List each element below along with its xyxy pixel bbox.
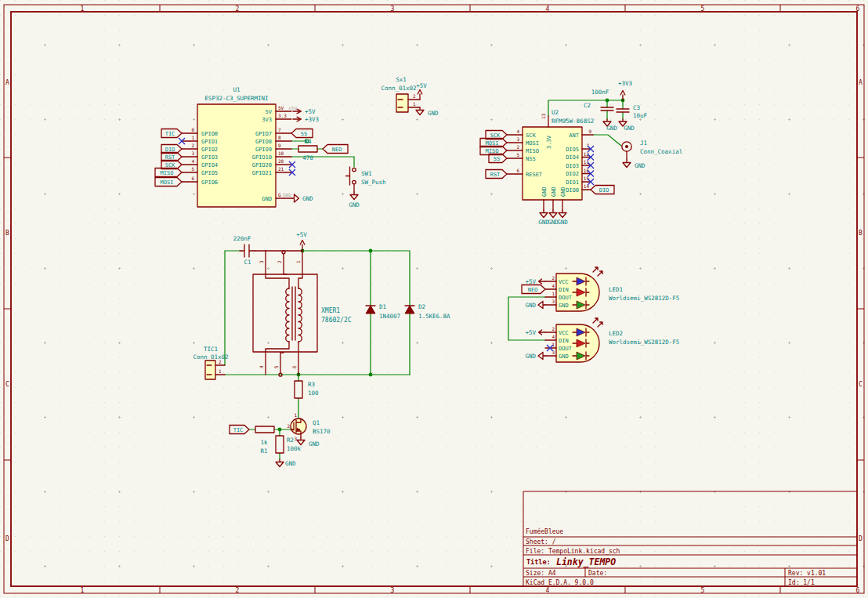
component-led1[interactable]: VCC DIN DOUT GND 2 4 1 3 LED1 Worldsemi_… — [545, 267, 679, 311]
global-label-tic-q1[interactable]: TIC — [230, 426, 249, 434]
q1-value: BS170 — [313, 428, 331, 435]
power-5v-led2[interactable]: +5V — [525, 329, 545, 336]
component-d1[interactable]: D1 1N4007 — [366, 303, 400, 320]
power-label: GND — [525, 353, 536, 360]
r3-value: 100 — [308, 390, 319, 397]
power-label: +3V3 — [618, 80, 632, 87]
led1-pin-num: 2 — [552, 275, 555, 281]
component-r1[interactable]: 1k R1 — [255, 426, 274, 455]
power-3v3-u1[interactable]: +3V3 — [293, 116, 319, 123]
global-label-dio-u2[interactable]: DIO — [591, 186, 614, 194]
component-r2[interactable]: R2 100k — [276, 436, 302, 453]
component-d2[interactable]: D2 1.5KE6.8A — [405, 303, 450, 320]
global-label-mosi-u1[interactable]: MOSI — [155, 178, 182, 187]
u1-pin-name: GPIO6 — [201, 179, 218, 186]
power-3v3-u2[interactable]: +3V3 — [618, 80, 632, 100]
global-label-text: RST — [490, 172, 501, 178]
power-5v-led1[interactable]: +5V — [525, 278, 545, 285]
power-5v-u1[interactable]: +5V — [293, 108, 316, 115]
global-label-text: MISO — [161, 170, 174, 176]
row-label-left: D — [5, 535, 9, 542]
u2-pin-name: MOSI — [526, 140, 539, 147]
component-u1-esp32[interactable]: U1 ESP32-C3_SUPERMINI GPIO0 GPIO1 GPIO2 … — [182, 86, 297, 207]
row-label-right: D — [859, 535, 863, 542]
power-label: GND — [428, 110, 439, 117]
col-label-bottom: 1 — [81, 587, 85, 594]
global-label-neo-u1[interactable]: NEO — [323, 145, 348, 154]
col-label-top: 2 — [236, 5, 240, 13]
u1-pin-name: GPIO1 — [201, 139, 218, 145]
c2-value: 100nF — [591, 89, 609, 96]
tic1-pin-num: 1 — [219, 368, 222, 374]
power-gnd-sx1[interactable]: GND — [416, 107, 439, 117]
global-label-text: SS — [494, 156, 500, 162]
u2-pin-name: MISO — [526, 148, 539, 154]
power-gnd-j1[interactable]: GND — [623, 160, 646, 169]
col-label-top: 6 — [856, 5, 860, 13]
u1-ref: U1 — [233, 86, 240, 93]
u2-pin-name: DIO4 — [566, 154, 579, 161]
u2-pin-name: ANT — [569, 132, 579, 139]
global-label-miso-u1[interactable]: MISO — [155, 169, 182, 177]
u1-pin-name: GPIO2 — [201, 147, 218, 153]
component-xmer1[interactable]: XMER1 78602/2C 3 2 1 4 5 6 — [253, 251, 352, 376]
d2-ref: D2 — [418, 303, 425, 310]
led1-pin-num: 1 — [552, 291, 555, 296]
u2-pin-num: 6 — [516, 168, 519, 173]
c3-value: 10uF — [633, 112, 648, 119]
power-5v-sx1[interactable]: +5V — [416, 82, 427, 100]
power-gnd-led1[interactable]: GND — [525, 302, 545, 309]
component-c3[interactable]: C3 10uF — [617, 104, 648, 119]
sheet-frame: 1 2 3 4 5 6 1 2 3 4 5 6 A B C D A B C D — [4, 5, 864, 594]
title-block-company: FuméeBleue — [526, 527, 563, 535]
global-label-tic-u1[interactable]: TIC — [161, 129, 182, 138]
component-tic1[interactable]: TIC1 Conn_01x02 2 1 — [193, 346, 228, 379]
u1-pin-name: GPIO3 — [201, 154, 218, 161]
xmer1-pin-num: 2 — [277, 260, 282, 263]
r2-ref: R2 — [287, 437, 294, 444]
title-block-date: Date: — [588, 570, 607, 577]
power-gnd-u1[interactable]: GND — [291, 194, 313, 202]
u2-pin-num: 4 — [516, 129, 519, 134]
global-label-text: RST — [165, 154, 175, 161]
led1-pin-name: VCC — [559, 279, 569, 285]
global-label-ss-u1[interactable]: SS — [291, 129, 313, 138]
component-j1[interactable]: J1 Conn_Coaxial — [622, 140, 682, 160]
page-title: Linky_TEMPO — [556, 556, 616, 568]
power-label: GND — [624, 125, 635, 132]
schematic-canvas[interactable]: 1 2 3 4 5 6 1 2 3 4 5 6 A B C D A B C D … — [0, 0, 868, 598]
global-label-text: DIO — [165, 147, 175, 153]
power-gnd-led2[interactable]: GND — [525, 353, 545, 360]
power-5v-xmer[interactable]: +5V — [296, 231, 307, 251]
power-gnd-sw1[interactable]: GND — [349, 192, 360, 208]
u1-pin-num: 3.3 — [278, 113, 287, 118]
u1-pin-num: 3 — [191, 150, 194, 156]
component-led2[interactable]: VCC DIN DOUT GND 2 4 1 3 LED2 Worldsemi_… — [545, 318, 679, 362]
power-gnd-c3[interactable]: GND — [619, 119, 635, 132]
u1-pin-name: GPIO4 — [201, 162, 218, 169]
col-label-bottom: 5 — [701, 587, 705, 594]
component-sx1[interactable]: Sx1 Conn_01x02 2 1 — [381, 76, 420, 112]
component-sw1[interactable]: SW1 SW_Push — [346, 167, 386, 192]
sx1-ref: Sx1 — [396, 76, 407, 83]
led2-pin-num: 4 — [552, 334, 555, 339]
power-gnd-u2[interactable]: GND GND GND — [538, 210, 568, 226]
global-label-text: DIO — [599, 187, 609, 194]
title-block: FuméeBleue Sheet: / File: TempoLink.kica… — [523, 491, 857, 586]
u1-pin-num: G — [278, 192, 281, 198]
component-c2[interactable]: 100nF C2 — [584, 89, 613, 111]
power-gnd-r2[interactable]: GND — [276, 459, 296, 467]
global-label-rst-u2[interactable]: RST — [486, 170, 507, 179]
power-label: GND — [309, 440, 320, 448]
component-u2-rfm95w[interactable]: U2 RFM95W-868S2 SCK MOSI MISO NSS RESET … — [507, 109, 594, 210]
r3-ref: R3 — [308, 381, 315, 388]
c1-ref: C1 — [244, 259, 251, 266]
power-gnd-c2[interactable]: GND — [603, 119, 617, 132]
global-label-neo-led1[interactable]: NEO — [522, 285, 545, 294]
u1-pin-num: 7 — [278, 127, 281, 132]
title-block-sheet: Sheet: / — [526, 538, 556, 545]
col-label-top: 4 — [546, 5, 550, 13]
led1-pin-num: 4 — [552, 283, 555, 288]
component-r3[interactable]: R3 100 — [295, 381, 319, 398]
u2-pin-name: GND — [560, 187, 566, 197]
